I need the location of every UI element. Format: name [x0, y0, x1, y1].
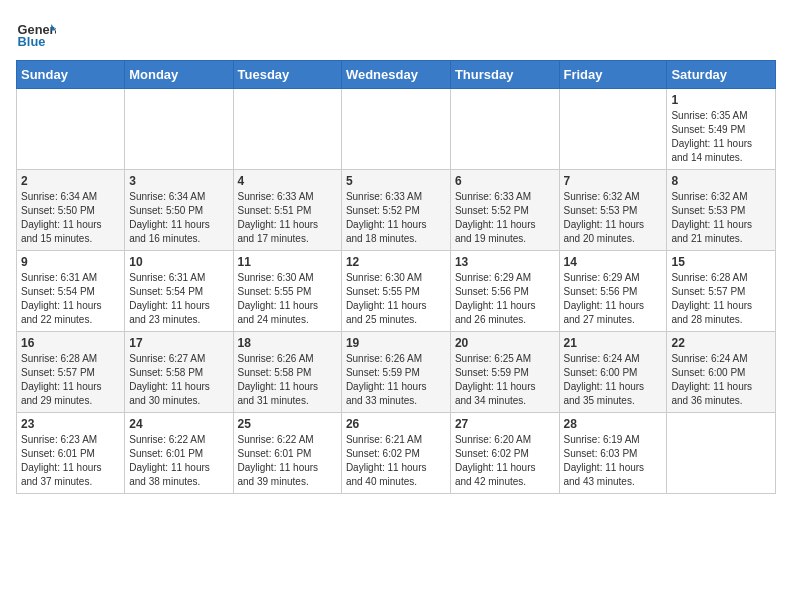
day-info: Sunrise: 6:26 AM Sunset: 5:58 PM Dayligh…: [238, 352, 337, 408]
calendar-cell: 9Sunrise: 6:31 AM Sunset: 5:54 PM Daylig…: [17, 251, 125, 332]
day-info: Sunrise: 6:34 AM Sunset: 5:50 PM Dayligh…: [129, 190, 228, 246]
calendar-cell: 3Sunrise: 6:34 AM Sunset: 5:50 PM Daylig…: [125, 170, 233, 251]
day-number: 6: [455, 174, 555, 188]
calendar-cell: 23Sunrise: 6:23 AM Sunset: 6:01 PM Dayli…: [17, 413, 125, 494]
calendar-cell: 19Sunrise: 6:26 AM Sunset: 5:59 PM Dayli…: [341, 332, 450, 413]
calendar-cell: 8Sunrise: 6:32 AM Sunset: 5:53 PM Daylig…: [667, 170, 776, 251]
day-number: 2: [21, 174, 120, 188]
day-info: Sunrise: 6:32 AM Sunset: 5:53 PM Dayligh…: [564, 190, 663, 246]
calendar-cell: 6Sunrise: 6:33 AM Sunset: 5:52 PM Daylig…: [450, 170, 559, 251]
day-number: 3: [129, 174, 228, 188]
day-number: 25: [238, 417, 337, 431]
calendar-cell: [341, 89, 450, 170]
day-number: 24: [129, 417, 228, 431]
day-number: 7: [564, 174, 663, 188]
weekday-header-friday: Friday: [559, 61, 667, 89]
day-info: Sunrise: 6:28 AM Sunset: 5:57 PM Dayligh…: [671, 271, 771, 327]
day-number: 19: [346, 336, 446, 350]
calendar-week-row: 2Sunrise: 6:34 AM Sunset: 5:50 PM Daylig…: [17, 170, 776, 251]
calendar-cell: 10Sunrise: 6:31 AM Sunset: 5:54 PM Dayli…: [125, 251, 233, 332]
calendar-cell: 12Sunrise: 6:30 AM Sunset: 5:55 PM Dayli…: [341, 251, 450, 332]
day-number: 26: [346, 417, 446, 431]
day-info: Sunrise: 6:35 AM Sunset: 5:49 PM Dayligh…: [671, 109, 771, 165]
day-number: 8: [671, 174, 771, 188]
calendar-week-row: 23Sunrise: 6:23 AM Sunset: 6:01 PM Dayli…: [17, 413, 776, 494]
calendar-cell: 17Sunrise: 6:27 AM Sunset: 5:58 PM Dayli…: [125, 332, 233, 413]
day-number: 4: [238, 174, 337, 188]
calendar-cell: 4Sunrise: 6:33 AM Sunset: 5:51 PM Daylig…: [233, 170, 341, 251]
calendar-cell: 22Sunrise: 6:24 AM Sunset: 6:00 PM Dayli…: [667, 332, 776, 413]
day-number: 12: [346, 255, 446, 269]
calendar-week-row: 9Sunrise: 6:31 AM Sunset: 5:54 PM Daylig…: [17, 251, 776, 332]
day-info: Sunrise: 6:28 AM Sunset: 5:57 PM Dayligh…: [21, 352, 120, 408]
weekday-header-wednesday: Wednesday: [341, 61, 450, 89]
calendar-cell: 7Sunrise: 6:32 AM Sunset: 5:53 PM Daylig…: [559, 170, 667, 251]
day-number: 20: [455, 336, 555, 350]
day-number: 5: [346, 174, 446, 188]
calendar-cell: 24Sunrise: 6:22 AM Sunset: 6:01 PM Dayli…: [125, 413, 233, 494]
calendar-cell: [17, 89, 125, 170]
day-info: Sunrise: 6:21 AM Sunset: 6:02 PM Dayligh…: [346, 433, 446, 489]
day-info: Sunrise: 6:29 AM Sunset: 5:56 PM Dayligh…: [455, 271, 555, 327]
day-info: Sunrise: 6:30 AM Sunset: 5:55 PM Dayligh…: [238, 271, 337, 327]
calendar-cell: [233, 89, 341, 170]
day-info: Sunrise: 6:31 AM Sunset: 5:54 PM Dayligh…: [21, 271, 120, 327]
weekday-header-thursday: Thursday: [450, 61, 559, 89]
day-number: 28: [564, 417, 663, 431]
calendar-cell: [559, 89, 667, 170]
calendar-week-row: 16Sunrise: 6:28 AM Sunset: 5:57 PM Dayli…: [17, 332, 776, 413]
day-info: Sunrise: 6:24 AM Sunset: 6:00 PM Dayligh…: [564, 352, 663, 408]
day-info: Sunrise: 6:33 AM Sunset: 5:52 PM Dayligh…: [346, 190, 446, 246]
day-number: 21: [564, 336, 663, 350]
calendar-table: SundayMondayTuesdayWednesdayThursdayFrid…: [16, 60, 776, 494]
day-info: Sunrise: 6:33 AM Sunset: 5:52 PM Dayligh…: [455, 190, 555, 246]
day-number: 9: [21, 255, 120, 269]
day-number: 10: [129, 255, 228, 269]
weekday-header-monday: Monday: [125, 61, 233, 89]
day-info: Sunrise: 6:23 AM Sunset: 6:01 PM Dayligh…: [21, 433, 120, 489]
calendar-cell: [125, 89, 233, 170]
day-number: 11: [238, 255, 337, 269]
day-number: 22: [671, 336, 771, 350]
day-info: Sunrise: 6:22 AM Sunset: 6:01 PM Dayligh…: [238, 433, 337, 489]
calendar-cell: 14Sunrise: 6:29 AM Sunset: 5:56 PM Dayli…: [559, 251, 667, 332]
weekday-header-saturday: Saturday: [667, 61, 776, 89]
day-number: 14: [564, 255, 663, 269]
day-number: 27: [455, 417, 555, 431]
day-info: Sunrise: 6:20 AM Sunset: 6:02 PM Dayligh…: [455, 433, 555, 489]
day-number: 16: [21, 336, 120, 350]
day-number: 23: [21, 417, 120, 431]
logo: General Blue: [16, 16, 60, 56]
day-info: Sunrise: 6:26 AM Sunset: 5:59 PM Dayligh…: [346, 352, 446, 408]
calendar-cell: 11Sunrise: 6:30 AM Sunset: 5:55 PM Dayli…: [233, 251, 341, 332]
calendar-cell: 27Sunrise: 6:20 AM Sunset: 6:02 PM Dayli…: [450, 413, 559, 494]
calendar-cell: [667, 413, 776, 494]
day-number: 18: [238, 336, 337, 350]
day-info: Sunrise: 6:34 AM Sunset: 5:50 PM Dayligh…: [21, 190, 120, 246]
day-info: Sunrise: 6:27 AM Sunset: 5:58 PM Dayligh…: [129, 352, 228, 408]
day-info: Sunrise: 6:25 AM Sunset: 5:59 PM Dayligh…: [455, 352, 555, 408]
day-info: Sunrise: 6:22 AM Sunset: 6:01 PM Dayligh…: [129, 433, 228, 489]
day-info: Sunrise: 6:29 AM Sunset: 5:56 PM Dayligh…: [564, 271, 663, 327]
calendar-cell: 21Sunrise: 6:24 AM Sunset: 6:00 PM Dayli…: [559, 332, 667, 413]
day-info: Sunrise: 6:19 AM Sunset: 6:03 PM Dayligh…: [564, 433, 663, 489]
weekday-header-row: SundayMondayTuesdayWednesdayThursdayFrid…: [17, 61, 776, 89]
calendar-cell: 5Sunrise: 6:33 AM Sunset: 5:52 PM Daylig…: [341, 170, 450, 251]
calendar-cell: 16Sunrise: 6:28 AM Sunset: 5:57 PM Dayli…: [17, 332, 125, 413]
day-number: 13: [455, 255, 555, 269]
weekday-header-tuesday: Tuesday: [233, 61, 341, 89]
day-info: Sunrise: 6:33 AM Sunset: 5:51 PM Dayligh…: [238, 190, 337, 246]
calendar-cell: 13Sunrise: 6:29 AM Sunset: 5:56 PM Dayli…: [450, 251, 559, 332]
calendar-cell: 20Sunrise: 6:25 AM Sunset: 5:59 PM Dayli…: [450, 332, 559, 413]
weekday-header-sunday: Sunday: [17, 61, 125, 89]
calendar-cell: 18Sunrise: 6:26 AM Sunset: 5:58 PM Dayli…: [233, 332, 341, 413]
day-number: 17: [129, 336, 228, 350]
day-number: 15: [671, 255, 771, 269]
calendar-cell: 1Sunrise: 6:35 AM Sunset: 5:49 PM Daylig…: [667, 89, 776, 170]
svg-text:Blue: Blue: [18, 34, 46, 49]
day-number: 1: [671, 93, 771, 107]
day-info: Sunrise: 6:31 AM Sunset: 5:54 PM Dayligh…: [129, 271, 228, 327]
calendar-cell: 28Sunrise: 6:19 AM Sunset: 6:03 PM Dayli…: [559, 413, 667, 494]
calendar-cell: 26Sunrise: 6:21 AM Sunset: 6:02 PM Dayli…: [341, 413, 450, 494]
day-info: Sunrise: 6:32 AM Sunset: 5:53 PM Dayligh…: [671, 190, 771, 246]
